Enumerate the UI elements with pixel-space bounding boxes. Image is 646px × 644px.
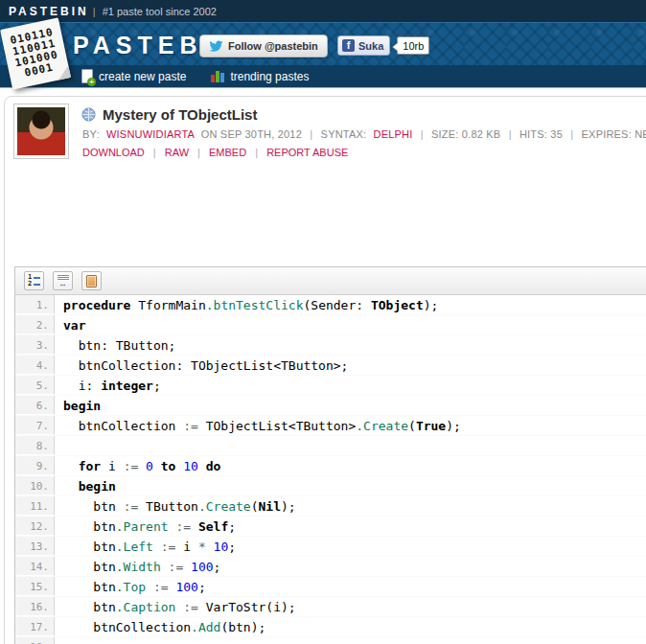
line-number: 16. — [15, 597, 55, 616]
paste-title-row: Mystery of TObjectList — [81, 106, 257, 123]
actions-pipe: | — [255, 147, 258, 158]
syntax-link[interactable]: DELPHI — [374, 128, 413, 140]
line-number: 12. — [15, 517, 55, 536]
code-line: 9. for i := 0 to 10 do — [15, 456, 646, 476]
line-number: 13. — [15, 537, 55, 556]
code-line: 12. btn.Parent := Self; — [15, 517, 646, 537]
raw-link[interactable]: RAW — [165, 147, 189, 158]
line-number: 8. — [15, 436, 55, 455]
line-number: 14. — [15, 557, 55, 576]
menu-label: trending pastes — [230, 70, 309, 83]
line-content — [55, 436, 63, 455]
code-line: 18. — [15, 637, 646, 644]
meta-pipe: | — [509, 128, 512, 140]
toggle-line-numbers-icon[interactable]: 1 2 — [24, 271, 44, 290]
line-number: 18. — [15, 637, 55, 644]
line-content: var — [55, 315, 85, 334]
facebook-like-widget: f Suka 10rb — [337, 35, 429, 56]
code-line: 7. btnCollection := TObjectList<TButton>… — [15, 416, 646, 436]
trending-chart-icon — [211, 70, 224, 82]
code-line: 10. begin — [15, 476, 646, 496]
meta-date: ON SEP 30TH, 2012 — [201, 128, 302, 140]
line-content: btnCollection: TObjectList<TButton>; — [55, 356, 348, 375]
line-content: btnCollection.Add(btn); — [55, 617, 265, 636]
line-content — [55, 637, 63, 644]
meta-size: SIZE: 0.82 KB — [431, 128, 500, 140]
download-link[interactable]: DOWNLOAD — [82, 147, 145, 158]
code-lines: 1.procedure TformMain.btnTestClick(Sende… — [15, 295, 646, 644]
meta-pipe: | — [570, 128, 573, 140]
facebook-like-button[interactable]: f Suka — [337, 35, 390, 56]
line-number: 4. — [15, 356, 55, 375]
facebook-like-label: Suka — [358, 40, 383, 52]
line-content: btnCollection := TObjectList<TButton>.Cr… — [55, 416, 461, 435]
meta-syntax-label: SYNTAX: — [321, 128, 367, 140]
line-number: 5. — [15, 376, 55, 395]
author-link[interactable]: WISNUWIDIARTA — [106, 128, 194, 140]
line-content: btn.Parent := Self; — [55, 517, 236, 536]
line-number: 17. — [15, 617, 55, 636]
topbar-tagline: #1 paste tool since 2002 — [103, 6, 217, 17]
code-line: 14. btn.Width := 100; — [15, 557, 646, 577]
line-number: 15. — [15, 577, 55, 596]
line-number: 6. — [15, 396, 55, 415]
code-line: 6.begin — [15, 396, 646, 416]
code-line: 1.procedure TformMain.btnTestClick(Sende… — [15, 295, 646, 315]
main-menu-bar: + create new paste trending pastes — [0, 65, 646, 88]
line-content: for i := 0 to 10 do — [55, 456, 220, 475]
toggle-line-wrap-icon[interactable]: ↔ — [53, 271, 73, 290]
report-abuse-link[interactable]: REPORT ABUSE — [266, 147, 348, 158]
code-line: 16. btn.Caption := VarToStr(i); — [15, 597, 646, 617]
content-card: Mystery of TObjectList BY: WISNUWIDIARTA… — [4, 96, 646, 644]
code-line: 13. btn.Left := i * 10; — [15, 537, 646, 557]
line-content: btn := TButton.Create(Nil); — [55, 496, 296, 516]
public-globe-icon — [81, 107, 96, 122]
line-number: 2. — [15, 315, 55, 334]
menu-item-trending-pastes[interactable]: trending pastes — [211, 70, 309, 83]
code-toolbar: 1 2 ↔ — [15, 267, 646, 295]
line-number: 7. — [15, 416, 55, 435]
code-line: 3. btn: TButton; — [15, 335, 646, 356]
topbar-brand[interactable]: PASTEBIN — [9, 5, 89, 18]
facebook-like-count: 10rb — [397, 36, 429, 55]
line-content: btn.Width := 100; — [55, 557, 220, 576]
code-line: 8. — [15, 436, 646, 456]
line-number: 1. — [15, 295, 55, 314]
embed-link[interactable]: EMBED — [209, 147, 246, 158]
facebook-count-value: 10rb — [403, 40, 424, 52]
new-paste-icon: + — [81, 69, 93, 83]
menu-item-create-new-paste[interactable]: + create new paste — [81, 69, 186, 83]
count-bubble-arrow — [393, 43, 398, 51]
paste-title: Mystery of TObjectList — [103, 106, 257, 123]
line-content: btn.Caption := VarToStr(i); — [55, 597, 296, 616]
meta-pipe: | — [310, 128, 312, 140]
code-line: 2.var — [15, 315, 646, 335]
line-content: procedure TformMain.btnTestClick(Sender:… — [55, 295, 438, 314]
code-frame: 1 2 ↔ 1.procedure TformMain.btnTestClick… — [14, 266, 646, 644]
pastebin-logo[interactable]: 010110 110011 101000 0001 — [0, 17, 71, 89]
topbar-separator: | — [93, 6, 96, 17]
facebook-f-icon: f — [342, 39, 355, 52]
line-content: begin — [55, 476, 116, 495]
meta-expires: EXPIRES: NEVER — [582, 128, 646, 140]
twitter-follow-button[interactable]: Follow @pastebin — [199, 34, 328, 58]
author-avatar — [17, 107, 65, 155]
line-number: 11. — [15, 496, 55, 516]
copy-to-clipboard-icon[interactable] — [81, 271, 102, 290]
line-content: i: integer; — [55, 376, 161, 395]
line-number: 3. — [15, 335, 55, 355]
code-line: 11. btn := TButton.Create(Nil); — [15, 496, 646, 517]
line-content: btn.Top := 100; — [55, 577, 206, 596]
author-avatar-frame — [13, 104, 69, 159]
actions-pipe: | — [153, 147, 156, 158]
paste-actions-row: DOWNLOAD | RAW | EMBED | REPORT ABUSE — [82, 147, 348, 158]
meta-pipe: | — [421, 128, 424, 140]
twitter-bird-icon — [209, 40, 223, 53]
paper-fold-corner — [57, 65, 71, 80]
actions-pipe: | — [197, 147, 200, 158]
meta-by-label: BY: — [82, 128, 100, 140]
twitter-follow-label: Follow @pastebin — [228, 40, 318, 52]
code-line: 15. btn.Top := 100; — [15, 577, 646, 597]
code-line: 5. i: integer; — [15, 376, 646, 396]
paste-meta-row: BY: WISNUWIDIARTA ON SEP 30TH, 2012 | SY… — [82, 128, 646, 140]
